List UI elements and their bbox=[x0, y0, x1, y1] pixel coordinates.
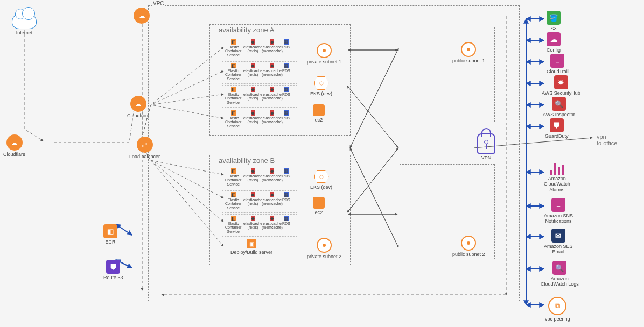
s3-node: 🪣 S3 bbox=[547, 11, 561, 31]
inspector-label: AWS Inspector bbox=[543, 112, 575, 117]
securityhub-label: AWS SecurityHub bbox=[542, 90, 580, 96]
vpc-gateway-node: ☁ bbox=[134, 8, 150, 24]
ec2-b-label: ec2 bbox=[315, 210, 323, 215]
ecr-label: ECR bbox=[105, 239, 115, 245]
eks-icon: ⬡ bbox=[314, 76, 329, 90]
vpn-to-office-label: vpn to office bbox=[597, 133, 617, 146]
ec2-b-node: ec2 bbox=[313, 197, 325, 215]
memcache-cell: ◆ elasticache (memcache) bbox=[262, 110, 283, 124]
cw-logs-label: Amazon CloudWatch Logs bbox=[541, 276, 579, 287]
guardduty-icon: ⛊ bbox=[550, 118, 564, 132]
redis-cell: ◆ elasticache (redis) bbox=[243, 39, 262, 53]
cloudfront-label: Cloudfront bbox=[127, 113, 150, 118]
route53-label: Route 53 bbox=[103, 275, 123, 280]
redis-cell: ◆ elasticache (redis) bbox=[243, 168, 262, 182]
cloudtrail-node: ≡ CloudTrail bbox=[547, 54, 569, 74]
rds-icon: ▦ bbox=[284, 168, 289, 174]
redis-icon: ◆ bbox=[251, 216, 255, 221]
server-icon: ▣ bbox=[247, 239, 256, 248]
eks-icon: ⬡ bbox=[314, 170, 329, 183]
eks-a-label: EKS (dev) bbox=[310, 91, 332, 96]
memcache-icon: ◆ bbox=[270, 63, 274, 68]
cw-logs-icon: 🔍 bbox=[552, 261, 566, 275]
public-subnet-1-node: public subnet 1 bbox=[452, 42, 485, 63]
memcache-icon: ◆ bbox=[270, 110, 274, 116]
ses-label: Amazon SES Email bbox=[544, 244, 573, 255]
cloudflare-icon: ☁ bbox=[6, 134, 23, 151]
ecr-icon: ◧ bbox=[103, 224, 117, 238]
rds-cell: ▦ RDS bbox=[282, 110, 290, 120]
eks-b-label: EKS (dev) bbox=[310, 184, 332, 190]
rds-cell: ▦ RDS bbox=[282, 87, 290, 96]
cloudflare-node: ☁ Cloudflare bbox=[3, 134, 25, 157]
guardduty-node: ⛊ GuardDuty bbox=[545, 118, 569, 139]
rds-cell: ▦ RDS bbox=[282, 168, 290, 178]
cloudflare-label: Cloudflare bbox=[3, 152, 25, 157]
lock-icon bbox=[477, 133, 495, 154]
ec2-icon bbox=[313, 197, 325, 209]
s3-icon: 🪣 bbox=[547, 11, 561, 25]
subnet-icon bbox=[317, 43, 332, 58]
s3-label: S3 bbox=[550, 26, 556, 31]
ecs-cell: ◧ Elastic Container Service bbox=[225, 216, 241, 233]
config-icon: ☁ bbox=[547, 32, 561, 46]
vpn-node: VPN bbox=[477, 133, 495, 160]
eks-dev-a-node: ⬡ EKS (dev) bbox=[310, 76, 332, 96]
config-label: Config bbox=[547, 47, 561, 53]
subnet-icon bbox=[461, 42, 476, 57]
vpc-icon: ☁ bbox=[134, 8, 150, 24]
ec2-a-label: ec2 bbox=[315, 117, 323, 123]
guardduty-label: GuardDuty bbox=[545, 133, 569, 139]
redis-cell: ◆ elasticache (redis) bbox=[243, 63, 262, 77]
redis-cell: ◆ elasticache (redis) bbox=[243, 192, 262, 206]
inspector-icon: 🔍 bbox=[552, 97, 566, 111]
redis-icon: ◆ bbox=[251, 39, 255, 45]
ecr-node: ◧ ECR bbox=[103, 224, 117, 245]
redis-icon: ◆ bbox=[251, 87, 255, 92]
memcache-cell: ◆ elasticache (memcache) bbox=[262, 168, 283, 182]
rds-cell: ▦ RDS bbox=[282, 192, 290, 202]
ecs-icon: ◧ bbox=[231, 110, 236, 116]
vpc-label: VPC bbox=[152, 1, 165, 6]
memcache-icon: ◆ bbox=[270, 168, 274, 174]
securityhub-node: ✵ AWS SecurityHub bbox=[542, 75, 580, 96]
ecs-cell: ◧ Elastic Container Service bbox=[225, 168, 241, 186]
cloudtrail-icon: ≡ bbox=[550, 54, 564, 68]
rds-cell: ▦ RDS bbox=[282, 63, 290, 73]
subnet-icon bbox=[461, 236, 476, 251]
ecs-icon: ◧ bbox=[231, 168, 236, 174]
private-subnet-1-node: private subnet 1 bbox=[307, 43, 341, 65]
redis-icon: ◆ bbox=[251, 168, 255, 174]
bar-chart-icon bbox=[550, 163, 564, 175]
cw-alarms-label: Amazon CloudWatch Alarms bbox=[544, 176, 570, 193]
sns-icon: ≡ bbox=[551, 198, 565, 212]
lb-label: Load balancer bbox=[129, 154, 160, 159]
memcache-icon: ◆ bbox=[270, 87, 274, 92]
ecs-icon: ◧ bbox=[231, 39, 236, 45]
memcache-cell: ◆ elasticache (memcache) bbox=[262, 63, 283, 77]
redis-cell: ◆ elasticache (redis) bbox=[243, 216, 262, 230]
vpc-peering-icon: ⧉ bbox=[548, 297, 566, 315]
ecs-icon: ◧ bbox=[231, 216, 236, 221]
redis-cell: ◆ elasticache (redis) bbox=[243, 87, 262, 101]
ec2-a-node: ec2 bbox=[313, 104, 325, 123]
memcache-icon: ◆ bbox=[270, 216, 274, 221]
public-subnet-2-label: public subnet 2 bbox=[452, 252, 485, 257]
securityhub-icon: ✵ bbox=[554, 75, 568, 89]
redis-icon: ◆ bbox=[251, 192, 255, 197]
lb-icon: ⇄ bbox=[137, 137, 153, 153]
ecs-icon: ◧ bbox=[231, 63, 236, 68]
public-subnet-1-label: public subnet 1 bbox=[452, 58, 485, 63]
redis-cell: ◆ elasticache (redis) bbox=[243, 110, 262, 124]
internet-node: Internet bbox=[12, 13, 37, 35]
rds-cell: ▦ RDS bbox=[282, 216, 290, 225]
public-subnet-1-box bbox=[400, 27, 495, 122]
cw-alarms-node: Amazon CloudWatch Alarms bbox=[544, 163, 570, 193]
route53-node: ⛊ Route 53 bbox=[103, 260, 123, 280]
memcache-icon: ◆ bbox=[270, 39, 274, 45]
rds-icon: ▦ bbox=[284, 192, 289, 197]
az-b-label: availability zone B bbox=[219, 157, 275, 165]
cloudfront-node: ☁ Cloudfront bbox=[127, 96, 150, 118]
cloudtrail-label: CloudTrail bbox=[547, 69, 569, 74]
load-balancer-node: ⇄ Load balancer bbox=[129, 137, 160, 159]
